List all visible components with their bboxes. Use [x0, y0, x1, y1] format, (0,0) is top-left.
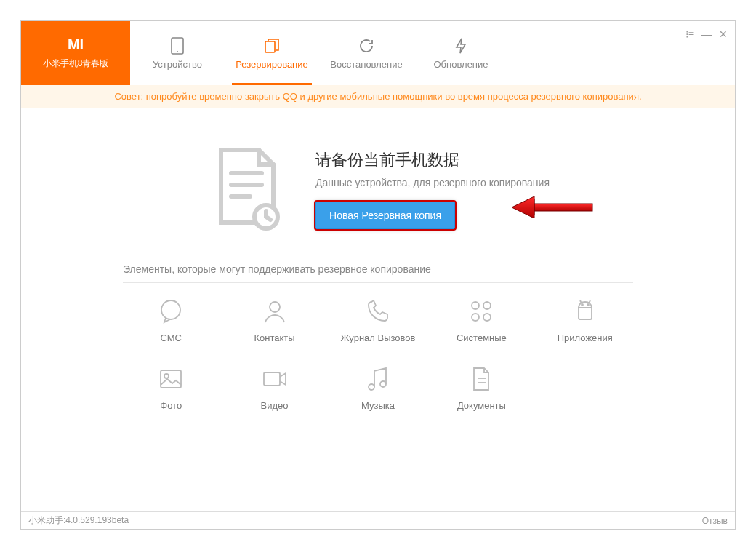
hero-title: 请备份当前手机数据	[315, 149, 550, 171]
divider	[123, 282, 633, 283]
feedback-link[interactable]: Отзыв	[702, 516, 728, 526]
new-backup-button[interactable]: Новая Резервная копия	[315, 202, 455, 229]
app-window: MI 小米手机8青春版 Устройство Резервирование	[20, 20, 736, 530]
notice-bar: Совет: попробуйте временно закрыть QQ и …	[21, 85, 735, 108]
svg-rect-17	[161, 370, 181, 388]
svg-rect-19	[264, 372, 280, 386]
phone-icon	[363, 296, 393, 327]
flash-icon	[452, 37, 470, 55]
category-grid: СМС Контакты Журнал Вызовов Системные Пр…	[123, 296, 633, 411]
hero-subtitle: Данные устройства, для резервного копиро…	[315, 177, 550, 188]
tablet-icon	[169, 37, 186, 55]
category-contacts[interactable]: Контакты	[226, 296, 322, 343]
category-label: Системные	[457, 332, 507, 343]
svg-point-10	[483, 302, 491, 309]
tab-update[interactable]: Обновление	[414, 21, 508, 85]
svg-point-7	[161, 300, 180, 319]
mi-logo: MI	[68, 36, 84, 53]
tab-restore[interactable]: Восстановление	[319, 21, 414, 85]
hero: 请备份当前手机数据 Данные устройства, для резервн…	[123, 144, 633, 234]
window-controls: ⁝≡ — ✕	[685, 28, 728, 40]
minimize-icon[interactable]: —	[701, 28, 712, 40]
category-apps[interactable]: Приложения	[537, 296, 633, 343]
version-label: 小米助手:4.0.529.193beta	[28, 514, 129, 527]
music-icon	[363, 364, 393, 394]
tab-label: Обновление	[433, 59, 488, 70]
content: 请备份当前手机数据 Данные устройства, для резервн…	[21, 108, 735, 511]
statusbar: 小米助手:4.0.529.193beta Отзыв	[21, 511, 735, 529]
section-label: Элементы, которые могут поддерживать рез…	[123, 263, 633, 275]
category-photo[interactable]: Фото	[123, 364, 219, 411]
category-sms[interactable]: СМС	[123, 296, 219, 343]
category-calllog[interactable]: Журнал Вызовов	[330, 296, 426, 343]
titlebar: MI 小米手机8青春版 Устройство Резервирование	[21, 21, 735, 85]
svg-point-16	[587, 304, 589, 306]
menu-icon[interactable]: ⁝≡	[685, 28, 694, 40]
category-label: СМС	[160, 332, 181, 343]
category-label: Музыка	[361, 400, 395, 411]
category-label: Приложения	[558, 332, 613, 343]
category-docs[interactable]: Документы	[433, 364, 529, 411]
video-icon	[260, 364, 290, 394]
category-label: Журнал Вызовов	[340, 332, 415, 343]
device-name: 小米手机8青春版	[43, 57, 109, 70]
tab-label: Устройство	[153, 59, 202, 70]
category-music[interactable]: Музыка	[330, 364, 426, 411]
svg-point-15	[582, 304, 583, 306]
tabs: Устройство Резервирование Восстановление…	[130, 21, 508, 85]
tab-label: Резервирование	[236, 59, 308, 70]
document-clock-icon	[206, 144, 286, 234]
svg-point-8	[270, 302, 280, 312]
restore-icon	[358, 37, 375, 55]
chat-icon	[156, 296, 186, 327]
category-label: Документы	[457, 400, 506, 411]
svg-point-12	[483, 314, 491, 321]
device-tile[interactable]: MI 小米手机8青春版	[21, 21, 130, 85]
category-label: Видео	[261, 400, 289, 411]
document-icon	[466, 364, 496, 394]
copy-icon	[263, 37, 281, 55]
image-icon	[156, 364, 186, 394]
svg-point-21	[380, 381, 386, 387]
svg-point-11	[472, 314, 479, 321]
android-icon	[570, 296, 600, 327]
svg-point-20	[369, 384, 374, 390]
tab-device[interactable]: Устройство	[130, 21, 225, 85]
svg-point-9	[472, 302, 479, 309]
category-label: Фото	[160, 400, 182, 411]
tab-backup[interactable]: Резервирование	[225, 21, 319, 85]
close-icon[interactable]: ✕	[719, 28, 728, 40]
category-label: Контакты	[254, 332, 295, 343]
svg-point-1	[177, 51, 178, 52]
tab-label: Восстановление	[330, 59, 402, 70]
category-system[interactable]: Системные	[433, 296, 529, 343]
hero-text: 请备份当前手机数据 Данные устройства, для резервн…	[315, 149, 550, 229]
grid-icon	[466, 296, 496, 327]
category-video[interactable]: Видео	[226, 364, 322, 411]
svg-rect-2	[265, 41, 275, 52]
svg-point-18	[164, 374, 169, 378]
person-icon	[260, 296, 290, 327]
